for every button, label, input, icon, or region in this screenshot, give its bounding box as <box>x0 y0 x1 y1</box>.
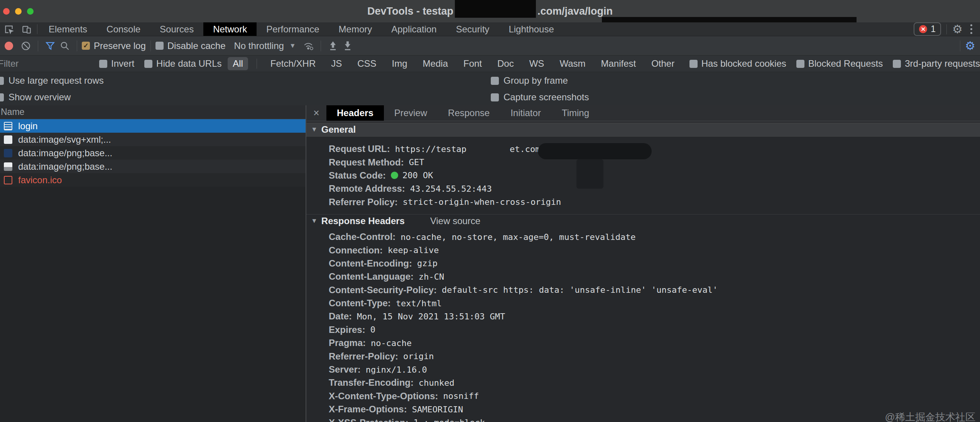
blocked-requests-checkbox[interactable]: Blocked Requests <box>796 58 883 69</box>
network-conditions-icon[interactable] <box>301 41 316 51</box>
filter-funnel-icon[interactable] <box>43 41 57 51</box>
record-network-log-button[interactable] <box>5 42 13 50</box>
type-filter-ws[interactable]: WS <box>524 57 549 70</box>
image-icon <box>4 135 12 144</box>
type-filter-img[interactable]: Img <box>387 57 412 70</box>
has-blocked-cookies-checkbox[interactable]: Has blocked cookies <box>689 58 786 69</box>
header-key: Content-Type: <box>329 298 391 309</box>
detail-tab-preview[interactable]: Preview <box>384 105 438 121</box>
group-by-frame-checkbox[interactable]: Group by frame <box>491 75 568 86</box>
tab-application[interactable]: Application <box>382 22 446 36</box>
header-key: X-XSS-Protection: <box>329 417 409 422</box>
header-row-content-type-: Content-Type:text/html <box>306 297 980 310</box>
request-row-data-image-png-base-[interactable]: data:image/png;base... <box>0 160 306 173</box>
detail-tab-headers[interactable]: Headers <box>326 105 384 121</box>
network-toolbar: Preserve log Disable cache No throttling… <box>0 36 980 56</box>
minimize-window-button[interactable] <box>15 8 22 15</box>
capture-screenshots-checkbox[interactable]: Capture screenshots <box>491 92 589 103</box>
throttling-select[interactable]: No throttling ▼ <box>234 41 296 51</box>
detail-tab-initiator[interactable]: Initiator <box>500 105 551 121</box>
type-filter-js[interactable]: JS <box>326 57 347 70</box>
request-row-login[interactable]: login <box>0 119 306 133</box>
type-filter-other[interactable]: Other <box>646 57 679 70</box>
network-filter-row: Filter Invert Hide data URLs AllFetch/XH… <box>0 56 980 72</box>
error-icon: ✕ <box>919 25 927 33</box>
third-party-requests-checkbox[interactable]: 3rd-party requests <box>893 58 980 69</box>
type-filter-wasm[interactable]: Wasm <box>554 57 590 70</box>
detail-tab-response[interactable]: Response <box>438 105 500 121</box>
response-headers-section-header[interactable]: ▼ Response Headers View source <box>306 214 980 228</box>
network-settings-gear-icon[interactable]: ⚙ <box>965 40 975 52</box>
tab-memory[interactable]: Memory <box>329 22 382 36</box>
tab-console[interactable]: Console <box>97 22 150 36</box>
type-filter-all[interactable]: All <box>228 57 248 70</box>
header-key: Referrer-Policy: <box>329 351 398 362</box>
blocked-requests-label: Blocked Requests <box>808 58 883 69</box>
type-filter-font[interactable]: Font <box>458 57 487 70</box>
tab-network[interactable]: Network <box>203 22 257 36</box>
header-value: https://testap <box>395 144 466 154</box>
type-filter-media[interactable]: Media <box>418 57 453 70</box>
tab-lighthouse[interactable]: Lighthouse <box>499 22 563 36</box>
header-key: Request Method: <box>329 157 404 168</box>
settings-gear-icon[interactable]: ⚙ <box>952 24 963 35</box>
request-name: favicon.ico <box>18 175 62 186</box>
preserve-log-checkbox[interactable]: Preserve log <box>82 41 146 51</box>
header-key: Pragma: <box>329 338 366 348</box>
third-party-requests-label: 3rd-party requests <box>905 58 980 69</box>
redaction-box <box>602 17 857 22</box>
import-har-icon[interactable] <box>326 41 340 51</box>
device-toolbar-icon[interactable] <box>18 22 35 36</box>
name-column-header[interactable]: Name <box>0 105 306 119</box>
tab-security[interactable]: Security <box>446 22 499 36</box>
hide-data-urls-checkbox[interactable]: Hide data URLs <box>144 58 221 69</box>
redaction-box <box>455 0 536 18</box>
request-row-data-image-png-base-[interactable]: data:image/png;base... <box>0 146 306 160</box>
show-overview-checkbox[interactable]: Show overview <box>0 92 71 103</box>
close-window-button[interactable] <box>3 8 10 15</box>
detail-tab-timing[interactable]: Timing <box>551 105 600 121</box>
request-details-panel: × HeadersPreviewResponseInitiatorTiming … <box>306 105 980 422</box>
export-har-icon[interactable] <box>340 41 355 51</box>
invert-checkbox[interactable]: Invert <box>99 58 134 69</box>
tab-elements[interactable]: Elements <box>39 22 97 36</box>
view-source-button[interactable]: View source <box>430 216 480 226</box>
maximize-window-button[interactable] <box>27 8 34 15</box>
search-icon[interactable] <box>57 41 72 51</box>
divider <box>77 41 77 51</box>
general-section-header[interactable]: ▼ General <box>306 123 980 137</box>
checkbox-icon <box>155 42 164 50</box>
tab-performance[interactable]: Performance <box>257 22 329 36</box>
header-key: Status Code: <box>329 170 386 181</box>
type-filter-manifest[interactable]: Manifest <box>596 57 641 70</box>
header-value: no-cache, no-store, max-age=0, must-reva… <box>400 232 635 242</box>
request-row-favicon-ico[interactable]: favicon.ico <box>0 173 306 187</box>
invert-label: Invert <box>111 58 134 69</box>
type-filter-doc[interactable]: Doc <box>492 57 519 70</box>
window-title: DevTools - testap .com/java/login <box>367 0 613 22</box>
throttling-value: No throttling <box>234 41 284 51</box>
type-filter-fetch-xhr[interactable]: Fetch/XHR <box>265 57 321 70</box>
error-badge[interactable]: ✕ 1 <box>914 22 941 36</box>
response-header-rows: Cache-Control:no-cache, no-store, max-ag… <box>306 228 980 422</box>
failed-request-icon <box>4 176 12 184</box>
tab-sources[interactable]: Sources <box>150 22 203 36</box>
more-options-icon[interactable] <box>968 24 975 34</box>
header-row-content-security-policy-: Content-Security-Policy:default-src http… <box>306 284 980 297</box>
header-row-referrer-policy-: Referrer-Policy:origin <box>306 349 980 363</box>
image-icon <box>4 149 12 157</box>
disable-cache-label: Disable cache <box>167 41 226 51</box>
inspect-element-icon[interactable] <box>0 22 18 36</box>
header-row-transfer-encoding-: Transfer-Encoding:chunked <box>306 376 980 389</box>
network-options-row-1: Use large request rows Group by frame <box>0 72 980 89</box>
header-row-cache-control-: Cache-Control:no-cache, no-store, max-ag… <box>306 230 980 243</box>
general-section-title: General <box>321 124 356 135</box>
disable-cache-checkbox[interactable]: Disable cache <box>155 41 226 51</box>
window-titlebar: DevTools - testap .com/java/login <box>0 0 980 22</box>
filter-input[interactable]: Filter <box>0 58 99 69</box>
type-filter-css[interactable]: CSS <box>352 57 381 70</box>
clear-network-log-icon[interactable] <box>19 41 33 51</box>
request-row-data-image-svg-xml-[interactable]: data:image/svg+xml;... <box>0 133 306 146</box>
use-large-request-rows-checkbox[interactable]: Use large request rows <box>0 75 104 86</box>
close-details-icon[interactable]: × <box>306 105 326 121</box>
